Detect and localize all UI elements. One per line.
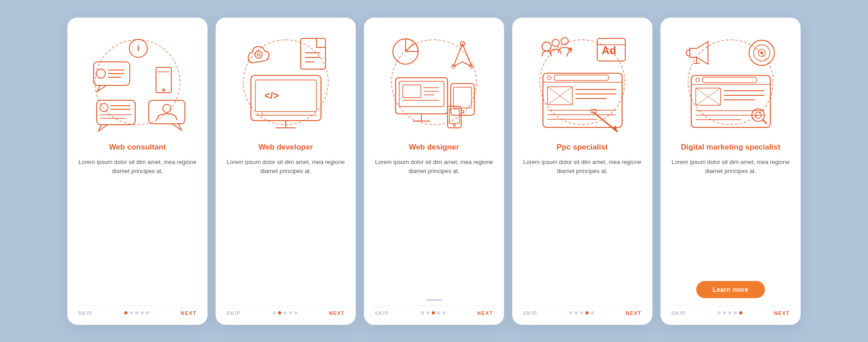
dot-3-4 [437,311,440,314]
next-btn-1[interactable]: NEXT [181,310,197,316]
svg-point-87 [696,78,699,82]
card-web-designer: Web designer Lorem ipsum dolor sit dim a… [364,18,504,325]
card-footer-2: SKIP NEXT [226,305,345,316]
svg-text:Ad: Ad [602,44,616,56]
svg-point-55 [542,42,551,51]
card-desc-5: Lorem ipsum dolor sit dim amet, mea regi… [671,158,790,273]
dots-5 [717,311,742,314]
svg-wrap-2: </> [234,30,338,134]
card-desc-2: Lorem ipsum dolor sit dim amet, mea regi… [226,158,345,297]
card-web-developer: </> Web developer Lorem ipsum dolor sit … [216,18,356,325]
dots-3 [421,311,446,314]
dot-4-1 [569,311,572,314]
card-title-4: Ppc specialist [557,142,608,152]
svg-point-18 [163,104,171,112]
svg-point-8 [162,89,165,91]
illustration-digital-marketing [679,30,783,134]
svg-rect-26 [251,75,321,121]
illustration-ppc-specialist: Ad [530,30,634,134]
dot-2-1 [273,311,276,314]
dot-5-2 [723,311,726,314]
svg-rect-42 [403,85,421,98]
svg-wrap: i [85,30,189,134]
svg-rect-40 [396,78,448,114]
card-desc-1: Lorem ipsum dolor sit dim amet, mea regi… [78,158,197,297]
skip-btn-5[interactable]: SKIP [671,310,686,316]
svg-point-11 [100,103,108,112]
svg-marker-16 [99,125,108,131]
card-title-3: Web designer [409,142,459,152]
marketing-svg [679,30,783,134]
svg-point-65 [547,76,551,80]
cards-container: i [49,4,819,338]
dot-5-3 [728,311,731,314]
svg-point-56 [552,39,559,47]
dot-1-1 [124,311,127,314]
svg-wrap-5 [679,30,783,134]
dot-1-3 [135,311,138,314]
illustration-web-developer: </> [234,30,338,134]
svg-line-100 [762,119,767,124]
svg-rect-22 [301,38,326,69]
next-btn-3[interactable]: NEXT [477,310,493,316]
dot-3-5 [443,311,446,314]
svg-point-20 [255,51,262,58]
designer-svg [382,30,486,134]
card-desc-3: Lorem ipsum dolor sit dim amet, mea regi… [375,158,493,291]
svg-text:i: i [137,44,139,53]
card-footer-3: SKIP NEXT [375,305,493,316]
next-btn-2[interactable]: NEXT [329,310,345,316]
skip-btn-4[interactable]: SKIP [523,310,538,316]
card-footer-5: SKIP NEXT [671,305,790,316]
card-title-1: Web consultant [109,142,166,152]
dot-2-5 [294,311,297,314]
dot-4-5 [591,311,594,314]
svg-rect-50 [453,87,472,108]
dot-1-4 [141,311,144,314]
dot-1-5 [146,311,149,314]
svg-wrap-3 [382,30,486,134]
illustration-web-designer [382,30,486,134]
dot-2-2 [278,311,281,314]
card-title-5: Digital marketing specialist [681,142,780,152]
svg-marker-19 [172,124,181,130]
svg-point-57 [561,37,568,45]
dot-4-2 [575,311,578,314]
dot-5-1 [717,311,721,314]
card-footer-1: SKIP NEXT [78,305,197,316]
dot-3-3 [432,311,435,314]
card-desc-4: Lorem ipsum dolor sit dim amet, mea regi… [523,158,642,297]
card-digital-marketing: Digital marketing specialist Lorem ipsum… [660,18,801,325]
dot-5-5 [739,311,742,314]
svg-point-54 [453,124,456,126]
skip-btn-3[interactable]: SKIP [375,310,389,316]
dots-2 [273,311,297,314]
learn-more-button[interactable]: Learn more [696,281,764,298]
next-btn-5[interactable]: NEXT [774,310,790,316]
dot-3-1 [421,311,424,314]
consultant-svg: i [85,30,189,134]
card-ppc-specialist: Ad [512,18,652,325]
svg-point-3 [96,69,105,78]
ppc-svg: Ad [530,30,634,134]
svg-point-21 [257,53,260,56]
dots-1 [124,311,149,314]
dot-2-4 [289,311,292,314]
dots-4 [569,311,594,314]
skip-btn-1[interactable]: SKIP [78,310,93,316]
skip-btn-2[interactable]: SKIP [226,310,241,316]
svg-rect-66 [554,75,609,80]
dot-4-3 [580,311,583,314]
svg-line-36 [406,43,414,52]
card-title-2: Web developer [259,142,313,152]
dot-3-2 [426,311,429,314]
card-footer-4: SKIP NEXT [523,305,642,316]
dot-5-4 [734,311,737,314]
dot-2-3 [283,311,287,314]
svg-text:</>: </> [264,90,279,101]
svg-marker-7 [97,85,106,92]
illustration-web-consultant: i [85,30,189,134]
dot-1-2 [130,311,133,314]
next-btn-4[interactable]: NEXT [626,310,642,316]
card-web-consultant: i [67,18,208,325]
